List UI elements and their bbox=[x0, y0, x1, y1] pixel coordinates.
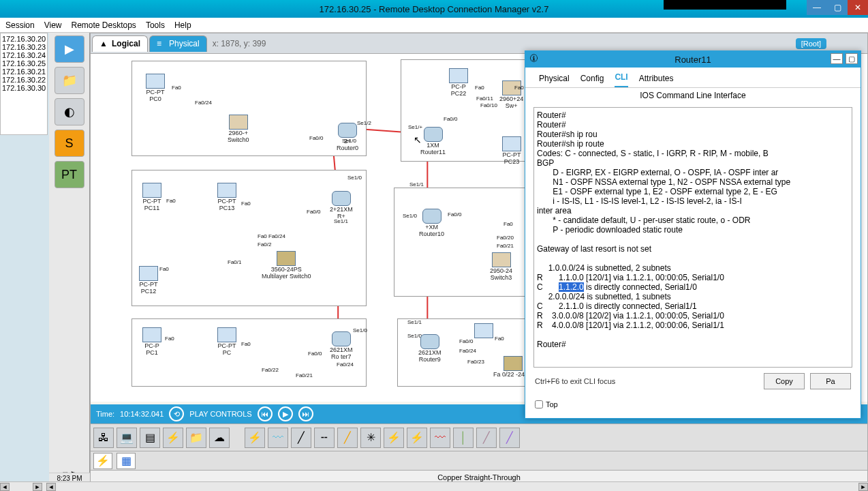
iface-label: Fa0 bbox=[241, 341, 251, 347]
router-maximize-button[interactable]: ▢ bbox=[846, 53, 858, 64]
device-pc12[interactable]: PC-PTPC12 bbox=[139, 266, 158, 295]
router-tab-physical[interactable]: Physical bbox=[539, 74, 570, 87]
router-tab-attributes[interactable]: Attributes bbox=[639, 74, 674, 87]
host-item[interactable]: 172.16.30.20 bbox=[2, 35, 46, 43]
conn-serial-dte-icon[interactable]: 〰 bbox=[430, 428, 450, 448]
group-1: PC-PTPC0 Fa0 Fa0/24 2960-+Switch0 Fa0/0 … bbox=[131, 61, 367, 156]
iface-label: Se1/0 bbox=[353, 327, 367, 333]
device-pc0[interactable]: PC-PTPC0 bbox=[146, 74, 165, 102]
conn-fiber-icon[interactable]: ╱ bbox=[337, 428, 358, 448]
device-multilayer-switch0[interactable]: 3560-24PSMultilayer Switch0 bbox=[262, 251, 311, 280]
iface-label: Fa0/20 bbox=[497, 235, 514, 241]
drawer-grid-icon[interactable]: ▦ bbox=[117, 453, 136, 469]
host-item[interactable]: 172.16.30.30 bbox=[2, 84, 46, 92]
window-minimize-button[interactable]: — bbox=[807, 0, 827, 15]
menu-session[interactable]: Session bbox=[5, 20, 35, 30]
iface-label: Fa0/0 bbox=[444, 116, 457, 122]
host-item[interactable]: 172.16.30.23 bbox=[2, 43, 46, 51]
conn-custom-icon[interactable]: ╱ bbox=[499, 428, 520, 448]
cli-copy-button[interactable]: Copy bbox=[764, 373, 805, 389]
play-button[interactable]: ▶ bbox=[278, 406, 293, 421]
cli-terminal[interactable]: Router#Router#Router#sh ip rouRouter#sh … bbox=[533, 107, 852, 368]
taskbar-folder-icon[interactable]: 📁 bbox=[55, 67, 84, 94]
scroll-right2-icon[interactable]: ► bbox=[858, 483, 868, 491]
reset-button[interactable]: ⟲ bbox=[169, 406, 184, 421]
device-pc11[interactable]: PC-PTPC11 bbox=[142, 183, 161, 211]
taskbar-packettracer-icon[interactable]: PT bbox=[55, 161, 84, 188]
device-router[interactable]: 2+21XMR+ bbox=[330, 191, 353, 220]
device-router9[interactable]: 2621XMRouter9 bbox=[418, 334, 441, 363]
host-item[interactable]: 172.16.30.21 bbox=[2, 68, 46, 76]
iface-label: Fa0/11 bbox=[476, 95, 493, 102]
conn-octal-icon[interactable]: │ bbox=[453, 428, 474, 448]
router-tabs: Physical Config CLI Attributes bbox=[525, 68, 861, 88]
iface-label: Fa0 bbox=[159, 266, 169, 272]
palette-router-icon[interactable]: 🖧 bbox=[93, 428, 114, 448]
device-pc13[interactable]: PC-PTPC13 bbox=[217, 183, 236, 211]
palette-pc-icon[interactable]: 💻 bbox=[117, 428, 137, 448]
device-pc22[interactable]: PC-PPC22 bbox=[449, 68, 468, 97]
iface-label: Se1/1 bbox=[334, 218, 348, 224]
scroll-right-icon[interactable]: ► bbox=[33, 483, 42, 491]
router-tab-cli[interactable]: CLI bbox=[615, 72, 627, 87]
group-2: PC-PTPC11 Fa0 PC-PTPC13 Fa0 PC-PTPC12 Fa… bbox=[131, 170, 367, 306]
step-forward-button[interactable]: ⏭ bbox=[298, 406, 313, 421]
conn-serial-dce-icon[interactable]: ⚡ bbox=[407, 428, 427, 448]
cli-paste-button[interactable]: Pa bbox=[810, 373, 851, 389]
outer-hscrollbar[interactable]: ◄ ► ◄ ► bbox=[0, 481, 868, 491]
menu-remote-desktops[interactable]: Remote Desktops bbox=[72, 20, 136, 30]
host-item[interactable]: 172.16.30.24 bbox=[2, 51, 46, 59]
router-tab-config[interactable]: Config bbox=[580, 74, 604, 87]
rdc-titlebar: 172.16.30.25 - Remote Desktop Connection… bbox=[0, 0, 868, 18]
host-item[interactable]: 172.16.30.22 bbox=[2, 76, 46, 84]
device-pc23[interactable]: PC-PTPC23 bbox=[502, 136, 521, 165]
router-window-icon: 🛈 bbox=[529, 53, 542, 64]
conn-crossover-icon[interactable]: ╌ bbox=[314, 428, 335, 448]
device-switch0[interactable]: 2960-+Switch0 bbox=[228, 115, 249, 143]
window-maximize-button[interactable]: ▢ bbox=[827, 0, 848, 15]
conn-straight-icon[interactable]: ╱ bbox=[291, 428, 311, 448]
taskbar-chrome-icon[interactable]: ◐ bbox=[55, 98, 84, 125]
conn-console-icon[interactable]: 〰 bbox=[268, 428, 288, 448]
palette-lightning-icon[interactable]: ⚡ bbox=[163, 428, 183, 448]
device-router8[interactable]: 2621XMRo ter7 bbox=[330, 331, 353, 360]
conn-phone-icon[interactable]: ✳ bbox=[360, 428, 381, 448]
iface-label: Fa0/0 bbox=[308, 351, 322, 357]
scroll-left-icon[interactable]: ◄ bbox=[0, 483, 10, 491]
conn-coax-icon[interactable]: ⚡ bbox=[384, 428, 404, 448]
router-window-title: Router11 bbox=[675, 55, 711, 65]
iface-label: Fa0/0 bbox=[448, 211, 461, 218]
device-router10[interactable]: +XMRouter10 bbox=[419, 209, 444, 237]
tab-physical[interactable]: ≡ Physical bbox=[149, 35, 207, 52]
step-back-button[interactable]: ⏮ bbox=[258, 406, 273, 421]
palette-folder-icon[interactable]: 📁 bbox=[186, 428, 206, 448]
overlay-strip bbox=[664, 0, 786, 10]
device-pc[interactable]: PC-PTPC bbox=[217, 327, 236, 356]
host-item[interactable]: 172.16.30.25 bbox=[2, 59, 46, 68]
drawer-lightning-icon[interactable]: ⚡ bbox=[93, 453, 112, 469]
device-router0[interactable]: 2+Router0 bbox=[337, 123, 358, 151]
root-button[interactable]: [Root] bbox=[796, 38, 826, 49]
menu-tools[interactable]: Tools bbox=[146, 20, 165, 30]
taskbar-explorer-icon[interactable]: ▶ bbox=[55, 35, 84, 63]
menu-view[interactable]: View bbox=[44, 20, 62, 30]
device-pc[interactable] bbox=[474, 323, 493, 338]
palette-hub-icon[interactable]: ▤ bbox=[140, 428, 160, 448]
palette-cloud-icon[interactable]: ☁ bbox=[209, 428, 230, 448]
device-router11[interactable]: 1XMRouter11 bbox=[420, 127, 446, 155]
device-pc1[interactable]: PC-PPC1 bbox=[142, 327, 161, 356]
iface-label: Fa0/21 bbox=[497, 243, 514, 249]
window-close-button[interactable]: ✕ bbox=[848, 0, 868, 15]
iface-label: Se1/1 bbox=[409, 181, 424, 188]
menu-help[interactable]: Help bbox=[174, 20, 191, 30]
conn-auto-icon[interactable]: ⚡ bbox=[245, 428, 265, 448]
always-on-top-checkbox[interactable] bbox=[535, 400, 543, 408]
play-controls-label: PLAY CONTROLS bbox=[189, 410, 251, 418]
device-switch3[interactable]: 2950-24Switch3 bbox=[490, 252, 512, 281]
conn-usb-icon[interactable]: ╱ bbox=[476, 428, 497, 448]
iface-label: Fa0/23 bbox=[467, 359, 484, 365]
taskbar-sublime-icon[interactable]: S bbox=[55, 130, 84, 157]
tab-logical[interactable]: ▲ Logical bbox=[92, 35, 148, 52]
router-minimize-button[interactable]: — bbox=[831, 53, 843, 64]
scroll-left2-icon[interactable]: ◄ bbox=[46, 483, 56, 491]
